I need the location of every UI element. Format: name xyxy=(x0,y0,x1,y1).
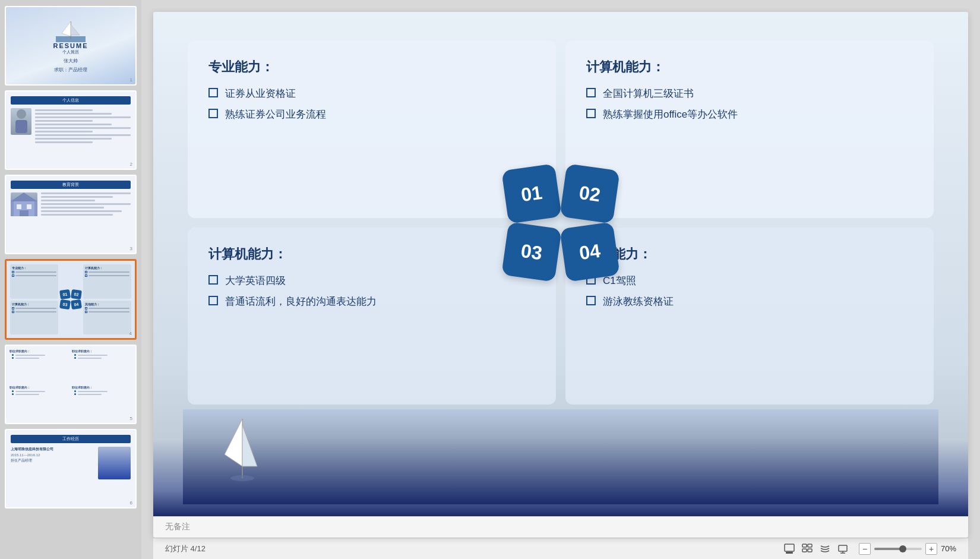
slide-main: 专业能力： 证券从业资格证 熟练证券公司业务流程 计算机能力： xyxy=(153,12,968,516)
info-lines xyxy=(35,108,131,143)
view-icons xyxy=(783,542,849,555)
num-btn-04: 04 xyxy=(559,222,620,282)
slide-number-2: 2 xyxy=(130,162,132,167)
svg-marker-13 xyxy=(225,419,242,466)
skill-item-bl-1: 大学英语四级 xyxy=(208,274,535,288)
quadrant-top-left: 专业能力： 证券从业资格证 熟练证券公司业务流程 xyxy=(188,40,556,218)
checkbox-icon-tr-1 xyxy=(586,88,596,97)
slide-number-6: 6 xyxy=(130,500,132,506)
skill-item-tr-1: 全国计算机三级证书 xyxy=(586,87,913,100)
skill-item-tr-2: 熟练掌握使用office等办公软件 xyxy=(586,108,913,121)
skill-item-bl-2: 普通话流利，良好的沟通表达能力 xyxy=(208,295,535,308)
quadrant-bl-title: 计算机能力： xyxy=(208,245,535,263)
num-btn-03: 03 xyxy=(501,222,562,282)
presentation-mode-icon[interactable] xyxy=(836,542,849,555)
slide-panel: RESUME 个人简历 张大帅 求职：产品经理 1 个人信息 xyxy=(0,0,141,559)
skill-text-tr-1: 全国计算机三级证书 xyxy=(603,87,694,100)
slide-thumbnail-3[interactable]: 教育背景 xyxy=(5,175,137,254)
zoom-controls: − + 70% xyxy=(859,543,956,555)
reading-view-icon[interactable] xyxy=(818,542,832,555)
checkbox-icon-tl-2 xyxy=(208,109,218,118)
center-number-overlay: 01 02 03 04 xyxy=(505,167,617,279)
t5-label1: 职位求职意向： xyxy=(10,349,69,353)
checkbox-icon-tr-2 xyxy=(586,109,596,118)
quadrant-tl-title: 专业能力： xyxy=(208,58,535,76)
person-image xyxy=(11,108,31,135)
svg-rect-21 xyxy=(808,549,812,552)
skill-text-bl-1: 大学英语四级 xyxy=(225,274,286,288)
thumb3-header: 教育背景 xyxy=(11,181,131,189)
zoom-slider-fill xyxy=(874,548,903,550)
slide-number-1: 1 xyxy=(130,77,132,83)
zoom-out-button[interactable]: − xyxy=(859,543,871,555)
t5-label2: 职位求职意向： xyxy=(72,349,132,353)
status-right-controls: − + 70% xyxy=(783,542,956,555)
cover-role: 求职：产品经理 xyxy=(54,67,87,73)
slide-number-4: 4 xyxy=(129,331,132,336)
svg-rect-16 xyxy=(785,544,794,551)
svg-rect-22 xyxy=(839,545,847,551)
svg-rect-18 xyxy=(802,544,807,547)
svg-rect-8 xyxy=(17,204,21,209)
slide-preview-3: 教育背景 xyxy=(6,176,135,253)
svg-rect-5 xyxy=(15,120,27,133)
svg-rect-19 xyxy=(808,544,812,547)
slide-number-3: 3 xyxy=(130,246,132,251)
notes-text: 无备注 xyxy=(165,522,190,531)
building-image xyxy=(11,192,37,216)
t5-label4: 职位求职意向： xyxy=(72,386,132,389)
num-btn-01: 01 xyxy=(501,163,562,224)
slide-thumbnail-5[interactable]: 职位求职意向： 职位求职意向： 职位求职意向： xyxy=(5,345,137,424)
svg-marker-2 xyxy=(62,21,71,36)
main-content-area: 专业能力： 证券从业资格证 熟练证券公司业务流程 计算机能力： xyxy=(141,0,980,559)
slide-preview-5: 职位求职意向： 职位求职意向： 职位求职意向： xyxy=(6,346,135,423)
skill-text-tl-2: 熟练证券公司业务流程 xyxy=(225,108,326,121)
slide-thumbnail-6[interactable]: 工作经历 上海明珠信息科技有限公司 2015.11—2016.12 担任产品经理… xyxy=(5,429,137,509)
zoom-slider-thumb xyxy=(899,545,906,552)
svg-point-15 xyxy=(230,475,254,481)
svg-point-4 xyxy=(17,109,26,119)
slide-preview-1: RESUME 个人简历 张大帅 求职：产品经理 xyxy=(6,7,135,84)
skill-item-tl-2: 熟练证券公司业务流程 xyxy=(208,108,535,121)
sailboat-bottom-icon xyxy=(219,413,266,492)
cover-subtitle: 个人简历 xyxy=(62,49,79,55)
zoom-level-display: 70% xyxy=(941,544,956,553)
skill-item-tl-1: 证券从业资格证 xyxy=(208,87,535,100)
svg-rect-17 xyxy=(786,552,793,554)
thumb6-header: 工作经历 xyxy=(11,435,131,443)
zoom-slider[interactable] xyxy=(874,548,922,550)
skill-text-tl-1: 证券从业资格证 xyxy=(225,87,296,100)
svg-rect-9 xyxy=(27,204,31,209)
slide-thumbnail-2[interactable]: 个人信息 xyxy=(5,90,137,170)
slide-counter: 幻灯片 4/12 xyxy=(165,544,206,554)
svg-marker-3 xyxy=(71,24,80,35)
slide-thumbnail-4[interactable]: 专业能力： 计算机能力： 01 02 03 04 xyxy=(5,259,137,340)
edu-info-lines xyxy=(41,192,131,216)
quadrant-br-title: 其他能力： xyxy=(586,245,913,263)
quadrant-top-right: 计算机能力： 全国计算机三级证书 熟练掌握使用office等办公软件 xyxy=(565,40,934,218)
slide-number-5: 5 xyxy=(130,416,132,421)
quadrant-bottom-right: 其他能力： C1驾照 游泳教练资格证 xyxy=(565,228,934,405)
zoom-in-button[interactable]: + xyxy=(925,543,937,555)
skill-text-bl-2: 普通话流利，良好的沟通表达能力 xyxy=(225,295,377,308)
slide-container: 专业能力： 证券从业资格证 熟练证券公司业务流程 计算机能力： xyxy=(153,12,968,538)
checkbox-icon-bl-2 xyxy=(208,296,218,305)
slide-thumbnail-1[interactable]: RESUME 个人简历 张大帅 求职：产品经理 1 xyxy=(5,6,137,86)
quadrant-bottom-left: 计算机能力： 大学英语四级 普通话流利，良好的沟通表达能力 xyxy=(188,228,556,405)
skill-item-br-2: 游泳教练资格证 xyxy=(586,295,913,308)
skill-text-br-2: 游泳教练资格证 xyxy=(603,295,674,308)
sailboat-icon-thumb1 xyxy=(56,18,86,42)
slide-preview-4: 专业能力： 计算机能力： 01 02 03 04 xyxy=(7,261,135,338)
checkbox-icon-br-2 xyxy=(586,296,596,305)
checkbox-icon-tl-1 xyxy=(208,88,218,97)
num-btn-02: 02 xyxy=(559,163,620,224)
normal-view-icon[interactable] xyxy=(783,542,796,555)
skill-text-tr-2: 熟练掌握使用office等办公软件 xyxy=(603,108,738,121)
t5-label3: 职位求职意向： xyxy=(10,386,69,389)
thumb2-header: 个人信息 xyxy=(11,96,131,105)
skills-grid: 专业能力： 证券从业资格证 熟练证券公司业务流程 计算机能力： xyxy=(183,36,938,409)
slide-sorter-icon[interactable] xyxy=(801,542,814,555)
notes-section: 无备注 xyxy=(153,516,968,538)
slide-preview-6: 工作经历 上海明珠信息科技有限公司 2015.11—2016.12 担任产品经理 xyxy=(6,430,135,507)
svg-rect-20 xyxy=(802,549,807,552)
